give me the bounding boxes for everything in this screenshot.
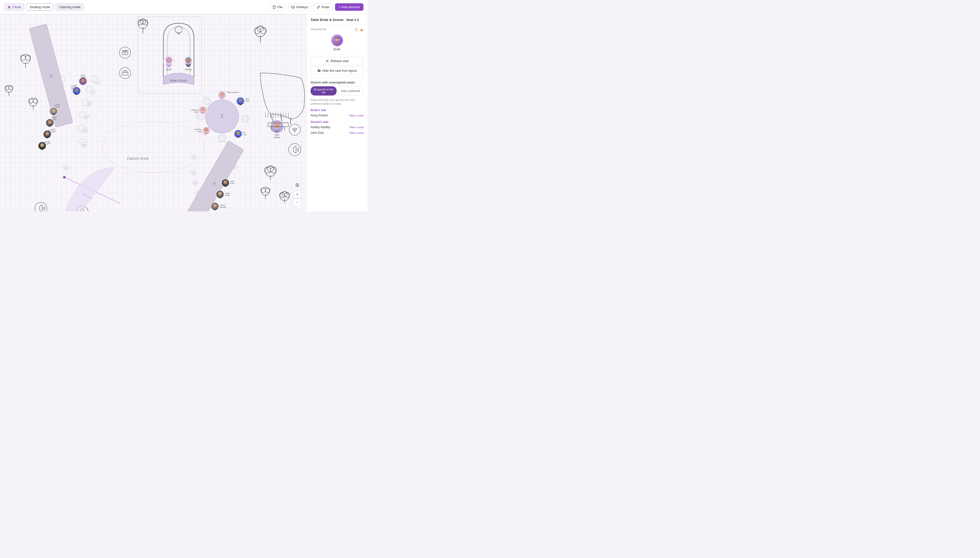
svg-text:8: 8	[97, 81, 98, 84]
svg-point-123	[203, 98, 210, 105]
guest-row-ashley: Ashley Hartley Take a seat	[311, 125, 363, 130]
svg-point-49	[119, 67, 131, 79]
close-button[interactable]: Close	[4, 3, 24, 11]
svg-text:Bride & Groom: Bride & Groom	[170, 79, 187, 82]
compass-button[interactable]	[293, 181, 301, 189]
svg-text:Frye: Frye	[197, 130, 201, 133]
svg-text:14: 14	[193, 172, 195, 174]
svg-point-136	[236, 131, 240, 135]
close-label: Close	[13, 5, 21, 9]
brides-side-label: Bride's side	[311, 108, 363, 112]
guest-row-anna: Anna Fenton Take a seat	[311, 113, 363, 118]
svg-text:Willis: Willis	[225, 194, 230, 196]
action-buttons: Release seat Hide this seat from layout	[306, 54, 368, 78]
guest-row-john: John Doe Take a seat	[311, 130, 363, 136]
guest-name-anna: Anna Fenton	[311, 114, 328, 117]
svg-rect-51	[123, 71, 127, 72]
svg-point-168	[218, 192, 222, 195]
svg-text:man: man	[245, 100, 249, 102]
hotkeys-button[interactable]: Hotkeys	[288, 3, 311, 11]
svg-text:Groom: Groom	[185, 68, 192, 71]
svg-point-23	[5, 85, 13, 92]
svg-text:11: 11	[85, 116, 88, 118]
add-element-button[interactable]: + Add element	[335, 3, 363, 11]
svg-point-60	[167, 58, 171, 62]
tab-all-guests[interactable]: All guests in the list	[311, 86, 337, 95]
svg-point-180	[293, 128, 294, 130]
zoom-controls: + −	[293, 181, 301, 206]
guests-title: Guests with unassigned seats:	[311, 81, 363, 84]
grooms-side-label: Groom's side	[311, 120, 363, 123]
take-seat-ashley[interactable]: Take a seat	[349, 126, 363, 129]
gear-button[interactable]	[354, 28, 358, 33]
svg-point-181	[295, 128, 297, 130]
svg-text:13: 13	[194, 182, 196, 184]
svg-text:Carr: Carr	[243, 134, 247, 136]
guests-section: Guests with unassigned seats: All guests…	[306, 78, 368, 139]
take-seat-anna[interactable]: Take a seat	[349, 114, 363, 117]
release-seat-button[interactable]: Release seat	[311, 57, 363, 65]
svg-text:Maid-of-honor: Maid-of-honor	[227, 91, 239, 94]
svg-text:1: 1	[221, 113, 224, 119]
svg-text:Lowe: Lowe	[194, 111, 198, 113]
ruler-button[interactable]: Ruler	[313, 3, 333, 11]
svg-point-145	[63, 176, 65, 179]
svg-point-164	[224, 180, 227, 184]
svg-text:Frye: Frye	[231, 182, 234, 184]
svg-point-89	[48, 120, 52, 124]
topbar: Close Seating mode Catering mode File Ho…	[0, 0, 368, 14]
catering-mode-button[interactable]: Catering mode	[56, 3, 84, 11]
drag-hint: Drag and drop your guests into your pref…	[311, 98, 363, 106]
status-dot	[360, 28, 363, 32]
svg-point-205	[356, 29, 357, 30]
occupied-section: Occupied by:	[306, 25, 368, 54]
svg-point-93	[46, 132, 49, 135]
svg-point-97	[40, 143, 44, 147]
main-layout: Bride & Groom Bride Groom	[0, 14, 368, 212]
svg-text:15: 15	[193, 156, 195, 159]
svg-point-183	[35, 202, 47, 212]
svg-rect-161	[185, 141, 244, 212]
zoom-in-button[interactable]: +	[293, 190, 301, 198]
svg-point-125	[201, 108, 205, 111]
svg-rect-2	[273, 6, 275, 9]
svg-line-189	[281, 114, 282, 121]
svg-point-140	[205, 128, 208, 131]
svg-point-85	[52, 109, 56, 112]
svg-point-129	[220, 92, 224, 96]
svg-point-63	[186, 58, 190, 62]
panel-title: Table Bride & Groom · Seat # 2	[311, 18, 363, 22]
svg-text:12: 12	[84, 130, 86, 132]
svg-point-132	[239, 98, 242, 102]
svg-point-146	[102, 121, 204, 172]
seating-mode-button[interactable]: Seating mode	[26, 3, 53, 11]
svg-point-81	[75, 89, 79, 92]
svg-point-182	[289, 143, 301, 156]
panel-header: Table Bride & Groom · Seat # 2	[306, 14, 368, 25]
svg-text:Neale: Neale	[274, 136, 280, 139]
guest-name-ashley: Ashley Hartley	[311, 125, 330, 129]
take-seat-john[interactable]: Take a seat	[349, 131, 363, 135]
svg-text:13: 13	[83, 144, 85, 146]
canvas-area[interactable]: Bride & Groom Bride Groom	[0, 14, 306, 212]
svg-text:14: 14	[65, 167, 67, 169]
occupied-row: Occupied by:	[311, 28, 363, 33]
zoom-out-button[interactable]: −	[293, 199, 301, 206]
svg-rect-50	[122, 72, 128, 75]
svg-point-176	[274, 123, 280, 128]
svg-point-172	[213, 204, 217, 207]
svg-point-120	[218, 135, 226, 142]
file-button[interactable]: File	[269, 3, 286, 11]
guest-avatar	[331, 34, 343, 46]
tab-confirmed[interactable]: Only confirmed	[338, 86, 364, 95]
svg-text:Bride: Bride	[166, 68, 172, 71]
hide-seat-button[interactable]: Hide this seat from layout	[311, 67, 363, 75]
svg-line-188	[270, 114, 273, 121]
svg-text:Alice: Alice	[274, 134, 280, 136]
svg-point-77	[81, 79, 85, 82]
tab-row: All guests in the list Only confirmed	[311, 86, 363, 95]
dance-area-label: Dance Area	[127, 156, 149, 161]
topbar-right: File Hotkeys Ruler + Add element	[269, 3, 363, 11]
occupied-label: Occupied by:	[311, 28, 327, 31]
svg-point-19	[21, 54, 30, 64]
